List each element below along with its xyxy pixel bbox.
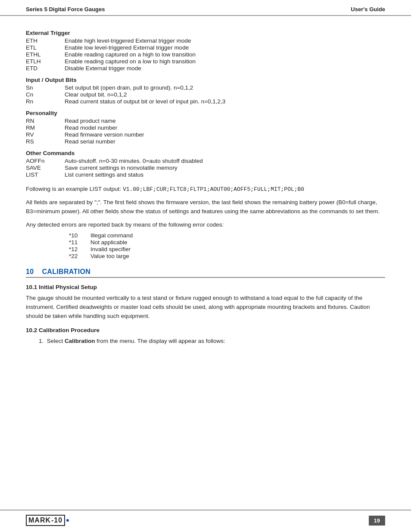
cmd-row: ETH Enable high level-triggered External… bbox=[26, 37, 385, 44]
personality-table: RN Read product name RM Read model numbe… bbox=[26, 118, 385, 145]
fields-para: All fields are separated by ";". The fir… bbox=[26, 198, 385, 216]
logo-letter-k: K bbox=[45, 516, 51, 524]
cmd-code: Cn bbox=[26, 91, 65, 98]
header-right: User's Guide bbox=[351, 6, 385, 12]
header: Series 5 Digital Force Gauges User's Gui… bbox=[0, 0, 411, 16]
error-desc: Illegal command bbox=[90, 232, 385, 239]
logo-letter-1: 1 bbox=[54, 516, 58, 524]
cmd-row: ETHL Enable reading captured on a high t… bbox=[26, 51, 385, 58]
cmd-code: LIST bbox=[26, 171, 65, 178]
error-desc: Not applicable bbox=[90, 239, 385, 246]
cmd-code: ETHL bbox=[26, 51, 65, 58]
cmd-code: Rn bbox=[26, 98, 65, 105]
cmd-desc: Auto-shutoff. n=0-30 minutes. 0=auto shu… bbox=[65, 158, 385, 164]
page-number: 19 bbox=[369, 516, 385, 526]
logo-letter-m: M bbox=[28, 516, 34, 524]
cmd-code: ETD bbox=[26, 65, 65, 72]
cmd-desc: Enable high level-triggered External tri… bbox=[65, 37, 385, 44]
cmd-row: Rn Read current status of output bit or … bbox=[26, 98, 385, 105]
error-code: *22 bbox=[69, 253, 90, 259]
error-code: *10 bbox=[69, 232, 90, 239]
subsection-101-heading: 10.1 Initial Physical Setup bbox=[26, 284, 385, 290]
personality-heading: Personality bbox=[26, 110, 385, 116]
cmd-row: ETL Enable low level-triggered External … bbox=[26, 44, 385, 51]
cmd-row: Sn Set output bit (open drain, pull to g… bbox=[26, 84, 385, 91]
step-1-bold: Calibration bbox=[65, 338, 95, 344]
chapter-number: 10 bbox=[26, 268, 34, 275]
cmd-desc: Clear output bit. n=0,1,2 bbox=[65, 91, 385, 98]
external-trigger-heading: External Trigger bbox=[26, 30, 385, 36]
cmd-code: ETH bbox=[26, 37, 65, 44]
cmd-row: ETLH Enable reading captured on a low to… bbox=[26, 58, 385, 65]
subsection-101-para: The gauge should be mounted vertically t… bbox=[26, 294, 385, 321]
cmd-code: ETL bbox=[26, 44, 65, 51]
logo-letter-r: R bbox=[40, 516, 46, 524]
subsection-102-heading: 10.2 Calibration Procedure bbox=[26, 327, 385, 333]
error-row: *11 Not applicable bbox=[69, 239, 385, 246]
page: Series 5 Digital Force Gauges User's Gui… bbox=[0, 0, 411, 532]
other-commands-table: AOFFn Auto-shutoff. n=0-30 minutes. 0=au… bbox=[26, 158, 385, 178]
io-bits-table: Sn Set output bit (open drain, pull to g… bbox=[26, 84, 385, 105]
logo: M A R K - 1 0 bbox=[26, 515, 69, 526]
cmd-row: Cn Clear output bit. n=0,1,2 bbox=[26, 91, 385, 98]
logo-dash: - bbox=[51, 516, 53, 524]
cmd-row: LIST List current settings and status bbox=[26, 171, 385, 178]
cmd-row: ETD Disable External trigger mode bbox=[26, 65, 385, 72]
header-left: Series 5 Digital Force Gauges bbox=[26, 6, 105, 12]
cmd-desc: Enable reading captured on a low to high… bbox=[65, 58, 385, 65]
error-row: *22 Value too large bbox=[69, 253, 385, 259]
logo-box: M A R K - 1 0 bbox=[26, 515, 65, 526]
cmd-row: AOFFn Auto-shutoff. n=0-30 minutes. 0=au… bbox=[26, 158, 385, 164]
cmd-row: RN Read product name bbox=[26, 118, 385, 124]
io-bits-heading: Input / Output Bits bbox=[26, 77, 385, 83]
cmd-desc: List current settings and status bbox=[65, 171, 385, 178]
cmd-code: SAVE bbox=[26, 165, 65, 171]
cmd-row: SAVE Save current settings in nonvolatil… bbox=[26, 165, 385, 171]
error-row: *10 Illegal command bbox=[69, 232, 385, 239]
cmd-desc: Read firmware version number bbox=[65, 131, 385, 138]
chapter-heading: 10 CALIBRATION bbox=[26, 268, 385, 276]
cmd-code: Sn bbox=[26, 84, 65, 91]
cmd-code: RN bbox=[26, 118, 65, 124]
cmd-code: ETLH bbox=[26, 58, 65, 65]
cmd-code: RS bbox=[26, 138, 65, 145]
error-desc: Value too large bbox=[90, 253, 385, 259]
cmd-desc: Disable External trigger mode bbox=[65, 65, 385, 72]
logo-dot bbox=[66, 519, 69, 522]
main-content: External Trigger ETH Enable high level-t… bbox=[0, 16, 411, 510]
cmd-desc: Read product name bbox=[65, 118, 385, 124]
cmd-row: RV Read firmware version number bbox=[26, 131, 385, 138]
cmd-code: RV bbox=[26, 131, 65, 138]
cmd-code: RM bbox=[26, 124, 65, 131]
list-output-example: V1.00;LBF;CUR;FLTC8;FLTP1;AOUT00;AOFF5;F… bbox=[123, 186, 304, 193]
error-code: *11 bbox=[69, 239, 90, 246]
cmd-desc: Enable low level-triggered External trig… bbox=[65, 44, 385, 51]
error-codes-list: *10 Illegal command *11 Not applicable *… bbox=[69, 232, 385, 259]
logo-letter-0: 0 bbox=[58, 516, 62, 524]
cmd-desc: Save current settings in nonvolatile mem… bbox=[65, 165, 385, 171]
chapter-divider bbox=[26, 277, 385, 278]
chapter-title: CALIBRATION bbox=[42, 268, 91, 275]
cmd-code: AOFFn bbox=[26, 158, 65, 164]
footer: M A R K - 1 0 19 bbox=[0, 510, 411, 532]
cmd-row: RM Read model number bbox=[26, 124, 385, 131]
list-output-para: Following is an example LIST output: V1.… bbox=[26, 185, 385, 194]
other-commands-heading: Other Commands bbox=[26, 150, 385, 156]
error-row: *12 Invalid specifier bbox=[69, 246, 385, 252]
errors-intro: Any detected errors are reported back by… bbox=[26, 221, 385, 230]
cmd-desc: Read current status of output bit or lev… bbox=[65, 98, 385, 105]
cmd-desc: Enable reading captured on a high to low… bbox=[65, 51, 385, 58]
error-code: *12 bbox=[69, 246, 90, 252]
cmd-row: RS Read serial number bbox=[26, 138, 385, 145]
external-trigger-table: ETH Enable high level-triggered External… bbox=[26, 37, 385, 72]
cmd-desc: Read model number bbox=[65, 124, 385, 131]
cmd-desc: Set output bit (open drain, pull to grou… bbox=[65, 84, 385, 91]
error-desc: Invalid specifier bbox=[90, 246, 385, 252]
step-1: 1. Select Calibration from the menu. The… bbox=[39, 337, 385, 346]
logo-letter-a: A bbox=[34, 516, 40, 524]
cmd-desc: Read serial number bbox=[65, 138, 385, 145]
